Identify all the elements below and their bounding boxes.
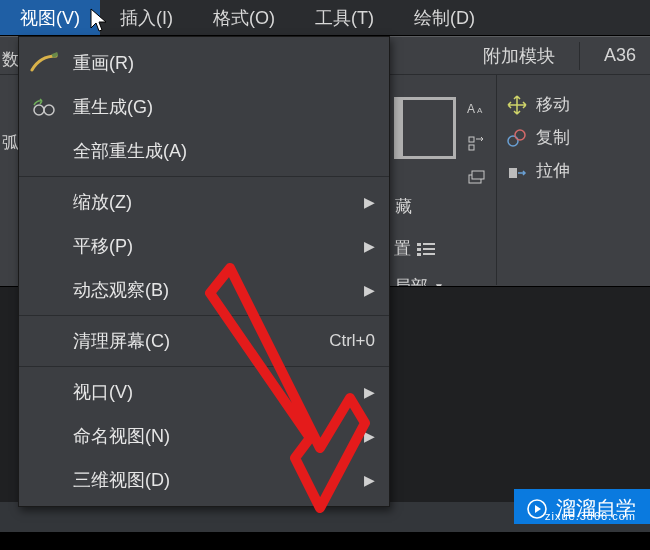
svg-rect-8 — [417, 248, 421, 251]
modify-group: 移动 复制 拉伸 — [506, 75, 648, 182]
svg-text:A: A — [477, 106, 483, 115]
svg-rect-5 — [472, 171, 484, 179]
menu-regen-all[interactable]: 全部重生成(A) — [19, 129, 389, 173]
align-icon[interactable] — [466, 133, 488, 153]
menu-named-views[interactable]: 命名视图(N) ▶ — [19, 414, 389, 458]
menu-orbit[interactable]: 动态观察(B) ▶ — [19, 268, 389, 312]
menu-zoom[interactable]: 缩放(Z) ▶ — [19, 180, 389, 224]
ribbon-preset-fragment[interactable]: 置 — [394, 237, 437, 260]
ribbon-hide-fragment[interactable]: 藏 — [395, 195, 412, 218]
menu-tools[interactable]: 工具(T) — [295, 0, 394, 35]
submenu-arrow-icon: ▶ — [364, 238, 375, 254]
submenu-arrow-icon: ▶ — [364, 428, 375, 444]
menu-sep — [19, 315, 389, 316]
menu-insert[interactable]: 插入(I) — [100, 0, 193, 35]
left-edge-fragments: 数 弧 — [0, 48, 20, 194]
layer-icon[interactable] — [466, 167, 488, 187]
svg-rect-7 — [423, 243, 435, 245]
menu-draw[interactable]: 绘制(D) — [394, 0, 495, 35]
submenu-arrow-icon: ▶ — [364, 384, 375, 400]
svg-rect-10 — [417, 253, 421, 256]
preset-list-icon — [415, 240, 437, 258]
ribbon-glyph-column: AA — [466, 99, 488, 187]
svg-rect-14 — [509, 168, 517, 178]
regen-icon — [29, 92, 59, 122]
copy-button[interactable]: 复制 — [506, 126, 648, 149]
ribbon-a36-label[interactable]: A36 — [604, 45, 636, 66]
svg-rect-9 — [423, 248, 435, 250]
watermark: 溜溜自学 zixue.3d66.com — [514, 489, 650, 524]
ribbon-module-label[interactable]: 附加模块 — [483, 44, 555, 68]
ribbon-sep — [579, 42, 580, 70]
redraw-icon — [29, 48, 59, 78]
svg-rect-3 — [469, 145, 474, 150]
move-icon — [506, 94, 528, 116]
menu-viewport[interactable]: 视口(V) ▶ — [19, 370, 389, 414]
panel-preview-icon[interactable] — [394, 97, 456, 159]
text-style-icon[interactable]: AA — [466, 99, 488, 119]
menu-regen[interactable]: 重生成(G) — [19, 85, 389, 129]
svg-rect-2 — [469, 137, 474, 142]
svg-point-13 — [515, 130, 525, 140]
menu-pan[interactable]: 平移(P) ▶ — [19, 224, 389, 268]
move-button[interactable]: 移动 — [506, 93, 648, 116]
copy-icon — [506, 127, 528, 149]
bottom-black-bar — [0, 532, 650, 550]
menu-format[interactable]: 格式(O) — [193, 0, 295, 35]
menubar: 视图(V) 插入(I) 格式(O) 工具(T) 绘制(D) — [0, 0, 650, 36]
svg-text:A: A — [467, 102, 475, 116]
svg-rect-11 — [423, 253, 435, 255]
view-dropdown: 重画(R) 重生成(G) 全部重生成(A) 缩放(Z) ▶ 平移(P) ▶ 动态… — [18, 36, 390, 507]
stretch-button[interactable]: 拉伸 — [506, 159, 648, 182]
ribbon-vsep — [496, 75, 497, 285]
stretch-icon — [506, 160, 528, 182]
menu-sep — [19, 366, 389, 367]
menu-redraw[interactable]: 重画(R) — [19, 41, 389, 85]
menu-3d-views[interactable]: 三维视图(D) ▶ — [19, 458, 389, 502]
menu-view[interactable]: 视图(V) — [0, 0, 100, 35]
submenu-arrow-icon: ▶ — [364, 472, 375, 488]
menu-clean-screen[interactable]: 清理屏幕(C) Ctrl+0 — [19, 319, 389, 363]
svg-rect-6 — [417, 243, 421, 246]
submenu-arrow-icon: ▶ — [364, 282, 375, 298]
svg-point-16 — [34, 105, 44, 115]
submenu-arrow-icon: ▶ — [364, 194, 375, 210]
svg-point-17 — [44, 105, 54, 115]
menu-sep — [19, 176, 389, 177]
